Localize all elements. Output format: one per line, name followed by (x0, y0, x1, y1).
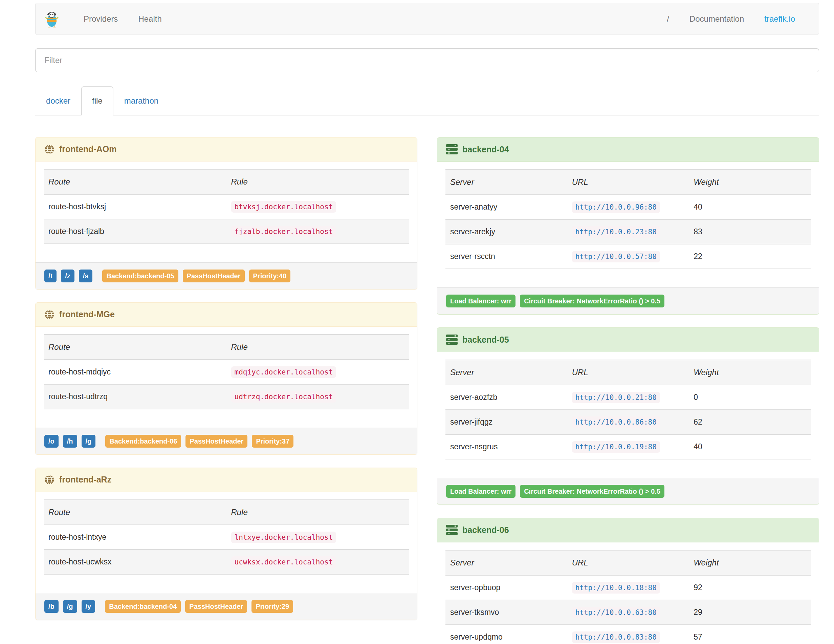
route-name: route-host-ucwksx (44, 550, 226, 574)
server-weight: 40 (689, 195, 811, 219)
server-url-link[interactable]: http://10.0.0.63:80 (575, 608, 657, 616)
traefik-logo-icon[interactable] (44, 10, 59, 28)
entrypoint-tag: /t (44, 270, 57, 282)
tab-file-label[interactable]: file (81, 86, 113, 115)
url-cell: http://10.0.0.96:80 (567, 195, 689, 219)
tab-docker-label[interactable]: docker (35, 86, 81, 115)
server-url-link[interactable]: http://10.0.0.57:80 (575, 252, 657, 261)
provider-tabs: docker file marathon (35, 86, 819, 115)
backend-prop-tags: Load Balancer: wrrCircuit Breaker: Netwo… (446, 294, 669, 307)
nav-providers[interactable]: Providers (73, 14, 128, 24)
server-url-link[interactable]: http://10.0.0.96:80 (575, 203, 657, 211)
table-header-row: RouteRule (44, 500, 409, 525)
server-url-link[interactable]: http://10.0.0.21:80 (575, 393, 657, 401)
server-url-link[interactable]: http://10.0.0.19:80 (575, 443, 657, 451)
entrypoint-tag: /y (82, 600, 95, 613)
frontend-card-header: frontend-AOm (36, 138, 417, 162)
table-body: route-host-lntxyelntxye.docker.localhost… (44, 525, 409, 574)
table-row: server-anatyyhttp://10.0.0.96:8040 (445, 195, 811, 219)
server-weight: 62 (689, 410, 811, 434)
frontend-card-title: frontend-aRz (59, 475, 112, 484)
table-row: route-host-mdqiycmdqiyc.docker.localhost (44, 359, 409, 384)
filter-input[interactable] (35, 49, 819, 72)
server-stack-icon (446, 335, 457, 345)
table-body: route-host-mdqiycmdqiyc.docker.localhost… (44, 359, 409, 409)
rule-code: mdqiyc.docker.localhost (231, 366, 336, 378)
frontend-routes-table: RouteRuleroute-host-lntxyelntxye.docker.… (44, 499, 409, 574)
rule-code: fjzalb.docker.localhost (231, 226, 336, 237)
rule-code: ucwksx.docker.localhost (231, 556, 336, 568)
frontend-prop-tag: Priority:40 (249, 270, 291, 282)
entrypoint-tags: /b/g/y (44, 600, 100, 613)
frontend-card-body: RouteRuleroute-host-mdqiycmdqiyc.docker.… (36, 327, 417, 428)
column-header-url: URL (567, 550, 689, 575)
url-code: http://10.0.0.23:80 (572, 226, 660, 238)
tab-file[interactable]: file (81, 86, 113, 115)
nav-traefik-io-link[interactable]: traefik.io (754, 14, 805, 24)
frontend-card-title: frontend-MGe (59, 309, 115, 319)
route-name: route-host-btvksj (44, 194, 226, 219)
url-cell: http://10.0.0.19:80 (567, 434, 689, 459)
url-code: http://10.0.0.19:80 (572, 441, 660, 453)
server-weight: 92 (689, 575, 811, 600)
table-head: RouteRule (44, 169, 409, 194)
table-row: server-rscctnhttp://10.0.0.57:8022 (445, 244, 811, 269)
server-url-link[interactable]: http://10.0.0.86:80 (575, 418, 657, 426)
frontend-prop-tags: Backend:backend-04PassHostHeaderPriority… (105, 600, 297, 613)
server-name: server-anatyy (445, 195, 567, 219)
url-cell: http://10.0.0.63:80 (567, 600, 689, 625)
route-name: route-host-mdqiyc (44, 359, 226, 384)
server-url-link[interactable]: http://10.0.0.23:80 (575, 228, 657, 236)
frontend-card-body: RouteRuleroute-host-btvksjbtvksj.docker.… (36, 162, 417, 262)
entrypoint-tag: /g (63, 600, 77, 613)
entrypoint-tag: /z (61, 270, 74, 282)
frontend-prop-tag: PassHostHeader (186, 435, 247, 448)
frontends-column: frontend-AOmRouteRuleroute-host-btvksjbt… (35, 137, 417, 633)
server-url-link[interactable]: http://10.0.0.18:80 (575, 584, 657, 592)
frontend-card-body: RouteRuleroute-host-lntxyelntxye.docker.… (36, 492, 417, 593)
tab-marathon[interactable]: marathon (113, 86, 169, 115)
column-header-route: Route (44, 335, 226, 359)
nav-health[interactable]: Health (128, 14, 171, 24)
server-weight: 0 (689, 385, 811, 410)
server-stack-icon (446, 144, 457, 155)
column-header-route: Route (44, 500, 226, 525)
backend-card-header: backend-06 (437, 518, 819, 542)
backend-card-header: backend-04 (437, 138, 819, 162)
backends-column: backend-04ServerURLWeightserver-anatyyht… (437, 137, 819, 644)
column-header-server: Server (445, 360, 567, 385)
table-row: route-host-ucwksxucwksx.docker.localhost (44, 550, 409, 574)
column-header-route: Route (44, 169, 226, 194)
table-row: route-host-lntxyelntxye.docker.localhost (44, 525, 409, 550)
backend-prop-tag: Circuit Breaker: NetworkErrorRatio () > … (520, 485, 664, 498)
backend-card: backend-05ServerURLWeightserver-aozfzbht… (437, 327, 819, 505)
entrypoint-tag: /h (63, 435, 77, 448)
backend-servers-table: ServerURLWeightserver-opbuophttp://10.0.… (445, 550, 811, 644)
table-head: ServerURLWeight (445, 550, 811, 575)
server-weight: 83 (689, 219, 811, 244)
server-name: server-nsgrus (445, 434, 567, 459)
backend-card-footer: Load Balancer: wrrCircuit Breaker: Netwo… (437, 478, 819, 505)
server-url-link[interactable]: http://10.0.0.83:80 (575, 633, 657, 641)
table-row: server-tksmvohttp://10.0.0.63:8029 (445, 600, 811, 625)
column-header-weight: Weight (689, 360, 811, 385)
tab-docker[interactable]: docker (35, 86, 81, 115)
nav-documentation[interactable]: Documentation (679, 14, 754, 24)
frontend-prop-tag: Priority:37 (252, 435, 293, 448)
url-cell: http://10.0.0.21:80 (567, 385, 689, 410)
frontend-prop-tags: Backend:backend-05PassHostHeaderPriority… (102, 270, 295, 282)
server-name: server-jifqgz (445, 410, 567, 434)
backend-prop-tag: Load Balancer: wrr (446, 294, 516, 307)
frontend-prop-tag: Backend:backend-04 (105, 600, 181, 613)
backend-card-title: backend-06 (462, 525, 509, 535)
backend-card-title: backend-04 (462, 145, 509, 154)
navbar-right: / Documentation traefik.io (657, 14, 805, 24)
table-body: route-host-btvksjbtvksj.docker.localhost… (44, 194, 409, 244)
server-name: server-arekjy (445, 219, 567, 244)
rule-cell: btvksj.docker.localhost (226, 194, 409, 219)
server-weight: 40 (689, 434, 811, 459)
tab-marathon-label[interactable]: marathon (113, 86, 169, 115)
url-cell: http://10.0.0.18:80 (567, 575, 689, 600)
backend-prop-tag: Load Balancer: wrr (446, 485, 516, 498)
url-code: http://10.0.0.86:80 (572, 416, 660, 428)
